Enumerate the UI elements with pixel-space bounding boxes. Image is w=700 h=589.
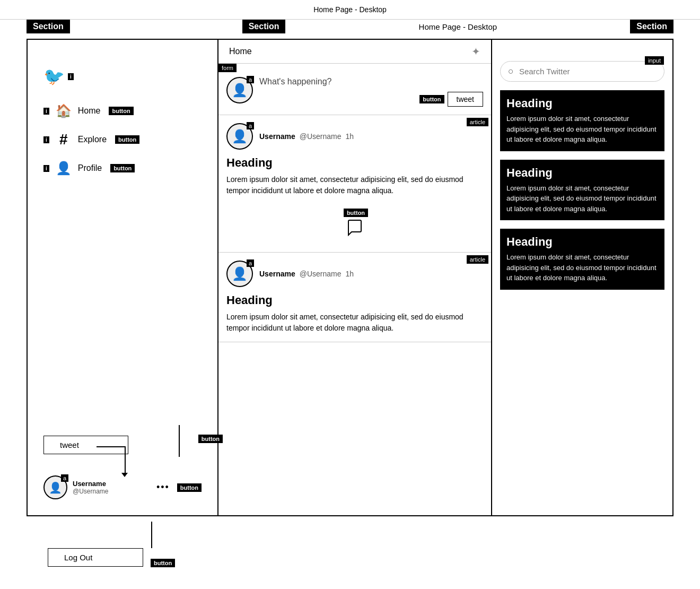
trending-body-1: Lorem ipsum dolor sit amet, consectetur … [506,114,658,145]
sidebar-user-avatar: 👤 a [43,475,67,499]
top-bar: Home Page - Desktop [0,0,700,20]
form-badge: form [218,64,237,72]
tweet-username-2: Username [259,270,295,278]
sidebar-username: Username [73,480,109,488]
main-layout: 🐦 i i 🏠 Home button i # Explore button i… [27,39,673,516]
left-section-label: Section [27,20,70,33]
sparkle-icon[interactable]: ✦ [471,45,480,58]
dropdown-connector [97,446,126,473]
logout-connector-line [151,522,152,548]
tweet-avatar-2: 👤 a [226,261,253,287]
tweet-avatar-icon-1: 👤 [232,129,248,144]
page-title: Home Page - Desktop [313,5,387,14]
tweet-body-1: Lorem ipsum dolor sit amet, consectetur … [226,174,483,196]
tweet-handle-1: @Username [300,132,342,141]
profile-info-badge: i [43,165,49,172]
tweet-username-1: Username [259,132,295,141]
logout-button[interactable]: Log Out [48,548,143,567]
explore-label: Explore [78,135,107,144]
trending-heading-1: Heading [506,97,658,110]
user-avatar-icon: 👤 [49,481,62,494]
home-label: Home [78,106,101,116]
home-icon: 🏠 [56,103,72,118]
user-a-badge: a [61,474,68,482]
twitter-info-badge: i [68,73,74,80]
tweet-handle-2: @Username [300,270,342,278]
tweet-body-2: Lorem ipsum dolor sit amet, consectetur … [226,311,483,334]
profile-icon: 👤 [56,161,72,176]
tweet-avatar-icon-2: 👤 [232,266,248,281]
compose-tweet-label: tweet [457,95,474,103]
tweet-time-1: 1h [346,132,354,141]
center-section-label: Section [242,20,286,33]
twitter-logo-area: 🐦 i [43,66,202,86]
tweet-heading-1: Heading [226,156,483,170]
trending-body-2: Lorem ipsum dolor sit amet, consectetur … [506,183,658,214]
center-feed: Home ✦ form 👤 a What's happening? button… [218,40,492,515]
dots-menu[interactable]: ••• [156,482,170,493]
logout-section: Log Out button [48,548,175,577]
tweet-button-badge: button [198,435,223,443]
compose-tweet-button[interactable]: tweet [448,92,483,107]
tweet-actions-1: button [226,201,483,244]
comment-button-1[interactable] [346,219,363,236]
profile-label: Profile [78,163,102,173]
nav-item-home[interactable]: i 🏠 Home button [43,103,202,118]
tweet-a-badge-1: a [247,122,254,129]
search-input[interactable] [519,67,657,76]
logout-area: Log Out button [0,522,700,575]
explore-button-badge: button [115,135,139,144]
logout-label: Log Out [64,553,92,562]
explore-icon: # [56,131,72,148]
user-menu-button-badge: button [177,483,202,492]
compose-form: form 👤 a What's happening? button tweet [218,64,491,115]
trending-heading-3: Heading [506,235,658,249]
sidebar-tweet-label: tweet [60,440,79,449]
input-badge: input [645,56,664,65]
nav-item-profile[interactable]: i 👤 Profile button [43,161,202,176]
explore-info-badge: i [43,136,49,143]
tweet-meta-1: Username @Username 1h [259,132,354,141]
tweet-meta-2: Username @Username 1h [259,270,354,278]
home-button-badge: button [109,107,133,115]
nav-item-explore[interactable]: i # Explore button [43,131,202,148]
twitter-bird-icon: 🐦 [43,66,65,86]
search-icon: ○ [508,66,514,77]
compose-avatar: 👤 a [226,77,253,103]
center-title: Home Page - Desktop [285,20,630,33]
feed-header: Home ✦ [218,40,491,64]
compose-placeholder: What's happening? [259,77,483,86]
search-bar: ○ input [500,61,664,82]
sidebar-user-section: 👤 a Username @Username ••• button [43,475,202,499]
right-section-label: Section [630,20,673,33]
trending-card-2: Heading Lorem ipsum dolor sit amet, cons… [500,160,664,221]
right-sidebar: ○ input Heading Lorem ipsum dolor sit am… [492,40,672,515]
trending-heading-2: Heading [506,166,658,180]
tweet-header-1: 👤 a Username @Username 1h [226,123,483,150]
compose-tweet-badge: button [419,95,444,103]
home-info-badge: i [43,108,49,115]
tweet-a-badge-2: a [247,259,254,267]
user-info: Username @Username [73,480,109,495]
connector-vertical-line [179,425,180,457]
logout-button-badge: button [151,559,175,567]
section-labels-row: Section Section Home Page - Desktop Sect… [27,20,673,33]
trending-card-3: Heading Lorem ipsum dolor sit amet, cons… [500,229,664,290]
tweet-heading-2: Heading [226,293,483,307]
tweet-header-2: 👤 a Username @Username 1h [226,261,483,287]
compose-right: What's happening? button tweet [259,77,483,107]
tweet-avatar-1: 👤 a [226,123,253,150]
article-badge-2: article [467,255,488,264]
trending-card-1: Heading Lorem ipsum dolor sit amet, cons… [500,90,664,151]
tweet-article-1: article 👤 a Username @Username 1h Headin… [218,115,491,253]
left-sidebar: 🐦 i i 🏠 Home button i # Explore button i… [28,40,218,515]
feed-header-title: Home [229,47,252,56]
article-badge-1: article [467,118,488,126]
sidebar-user-handle: @Username [73,488,109,495]
dots-label: ••• [156,482,170,493]
compose-avatar-icon: 👤 [232,83,248,98]
tweet-article-2: article 👤 a Username @Username 1h Headin… [218,253,491,342]
compose-a-badge: a [247,76,254,83]
tweet-time-2: 1h [346,270,354,278]
comment-button-badge-1: button [344,209,368,217]
